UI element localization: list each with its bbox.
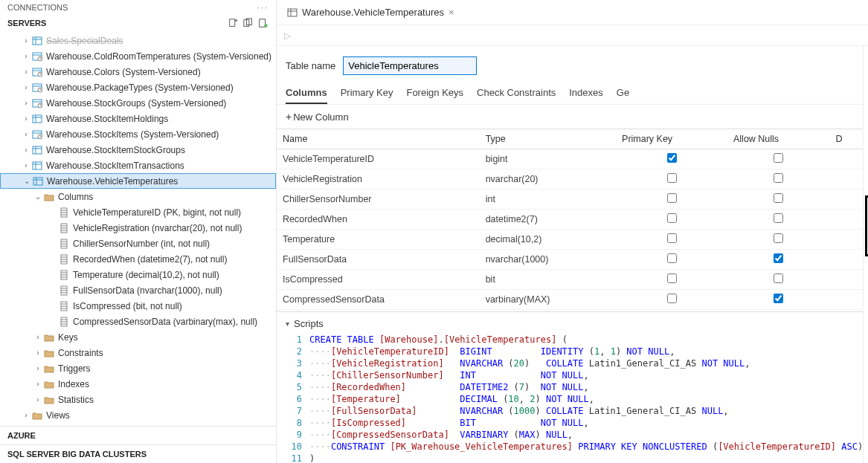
script-editor[interactable]: 1CREATE TABLE [Warehouse].[VehicleTemper…: [277, 332, 863, 463]
pk-checkbox[interactable]: [667, 253, 677, 263]
pk-checkbox[interactable]: [667, 294, 677, 303]
tree-item[interactable]: ›Indexes: [0, 376, 276, 392]
new-column-button[interactable]: +New Column: [277, 105, 863, 129]
column-header[interactable]: Name: [277, 129, 480, 149]
connections-more-icon[interactable]: ···: [257, 3, 269, 12]
nullable-checkbox[interactable]: [774, 193, 783, 203]
col-name[interactable]: Temperature: [277, 230, 480, 250]
col-name[interactable]: FullSensorData: [277, 250, 480, 270]
tree-item[interactable]: VehicleRegistration (nvarchar(20), not n…: [0, 220, 276, 236]
pk-checkbox[interactable]: [667, 153, 677, 163]
col-type[interactable]: varbinary(MAX): [480, 290, 616, 310]
designer-tab-check-constraints[interactable]: Check Constraints: [477, 82, 556, 104]
column-header[interactable]: Allow Nulls: [727, 129, 830, 149]
col-name[interactable]: IsCompressed: [277, 270, 480, 290]
pk-checkbox[interactable]: [667, 173, 677, 183]
designer-tab-primary-key[interactable]: Primary Key: [341, 82, 393, 104]
tree-item[interactable]: ›Warehouse.Colors (System-Versioned): [0, 64, 276, 80]
svg-rect-30: [33, 115, 42, 123]
table-row[interactable]: VehicleRegistrationnvarchar(20): [277, 169, 863, 190]
table-row[interactable]: CompressedSensorDatavarbinary(MAX): [277, 290, 863, 310]
tree-item[interactable]: ›Warehouse.StockItems (System-Versioned): [0, 126, 276, 142]
tree-item[interactable]: ›Sales.SpecialDeals: [0, 33, 276, 48]
tree-item-label: FullSensorData (nvarchar(1000), null): [73, 285, 222, 296]
col-type[interactable]: nvarchar(1000): [480, 250, 616, 270]
folder-icon: [43, 379, 55, 389]
nullable-checkbox[interactable]: [774, 213, 783, 223]
close-icon[interactable]: ×: [449, 7, 454, 18]
designer-tab-ge[interactable]: Ge: [617, 82, 629, 104]
nullable-checkbox[interactable]: [774, 253, 783, 263]
tree-item[interactable]: ›Warehouse.PackageTypes (System-Versione…: [0, 80, 276, 95]
nullable-checkbox[interactable]: [774, 173, 783, 183]
table-name-label: Table name: [286, 60, 335, 71]
column-header[interactable]: Primary Key: [616, 129, 727, 149]
tree-item[interactable]: ›Warehouse.StockGroups (System-Versioned…: [0, 95, 276, 111]
table-row[interactable]: RecordedWhendatetime2(7): [277, 210, 863, 230]
nullable-checkbox[interactable]: [774, 153, 783, 163]
col-type[interactable]: datetime2(7): [480, 210, 616, 230]
tree-item[interactable]: ⌄Warehouse.VehicleTemperatures: [0, 173, 276, 189]
svg-rect-79: [288, 9, 297, 16]
new-group-icon[interactable]: [243, 18, 254, 28]
col-type[interactable]: decimal(10,2): [480, 230, 616, 250]
nullable-checkbox[interactable]: [774, 294, 783, 303]
table-row[interactable]: VehicleTemperatureIDbigint: [277, 149, 863, 169]
designer-tab-columns[interactable]: Columns: [286, 82, 327, 104]
table-row[interactable]: FullSensorDatanvarchar(1000): [277, 250, 863, 270]
tree-item[interactable]: ›Keys: [0, 329, 276, 345]
run-icon[interactable]: ▷: [284, 30, 291, 41]
tree-item[interactable]: ›Warehouse.ColdRoomTemperatures (System-…: [0, 48, 276, 64]
tree-item[interactable]: ›Views: [0, 407, 276, 423]
chevron-icon: ›: [21, 146, 31, 154]
designer-tab-foreign-keys[interactable]: Foreign Keys: [406, 82, 463, 104]
bigdata-section[interactable]: SQL SERVER BIG DATA CLUSTERS: [0, 444, 276, 463]
chevron-down-icon: ▾: [286, 320, 289, 328]
column-header[interactable]: D: [830, 129, 864, 149]
tree-item[interactable]: VehicleTemperatureID (PK, bigint, not nu…: [0, 204, 276, 220]
col-name[interactable]: RecordedWhen: [277, 210, 480, 230]
col-name[interactable]: VehicleTemperatureID: [277, 149, 480, 169]
column-header[interactable]: Type: [480, 129, 616, 149]
pk-checkbox[interactable]: [667, 273, 677, 283]
tree-item[interactable]: RecordedWhen (datetime2(7), not null): [0, 251, 276, 267]
tree-item[interactable]: ›Warehouse.StockItemHoldings: [0, 111, 276, 126]
tree-item[interactable]: ⌄Columns: [0, 189, 276, 204]
tree-item[interactable]: ›Warehouse.StockItemStockGroups: [0, 142, 276, 158]
nullable-checkbox[interactable]: [774, 273, 783, 283]
tree-item[interactable]: ›Constraints: [0, 345, 276, 360]
col-type[interactable]: bit: [480, 270, 616, 290]
table-row[interactable]: Temperaturedecimal(10,2): [277, 230, 863, 250]
new-query-icon[interactable]: [258, 18, 269, 28]
tree-item[interactable]: Temperature (decimal(10,2), not null): [0, 267, 276, 282]
editor-tab[interactable]: Warehouse.VehicleTemperatures ×: [277, 0, 465, 25]
tree-item[interactable]: ›Statistics: [0, 392, 276, 407]
col-name[interactable]: VehicleRegistration: [277, 169, 480, 190]
table-name-input[interactable]: [343, 56, 477, 75]
object-explorer-tree[interactable]: ›Sales.SpecialDeals›Warehouse.ColdRoomTe…: [0, 31, 276, 426]
nullable-checkbox[interactable]: [774, 233, 783, 243]
tree-item[interactable]: ChillerSensorNumber (int, not null): [0, 236, 276, 251]
properties-panel: Table Properties General Table name Sche…: [863, 46, 868, 463]
pk-checkbox[interactable]: [667, 193, 677, 203]
pk-checkbox[interactable]: [667, 213, 677, 223]
azure-section[interactable]: AZURE: [0, 426, 276, 444]
table-row[interactable]: ChillerSensorNumberint: [277, 190, 863, 210]
scripts-toggle[interactable]: ▾ Scripts: [277, 315, 863, 332]
tree-item[interactable]: CompressedSensorData (varbinary(max), nu…: [0, 314, 276, 329]
table-row[interactable]: IsCompressedbit: [277, 270, 863, 290]
tree-item-label: Views: [46, 410, 70, 421]
new-connection-icon[interactable]: [228, 18, 239, 28]
tree-item[interactable]: ›Triggers: [0, 360, 276, 376]
tree-item[interactable]: ›Warehouse.StockItemTransactions: [0, 158, 276, 173]
designer-tab-strip: ColumnsPrimary KeyForeign KeysCheck Cons…: [277, 82, 863, 105]
col-type[interactable]: int: [480, 190, 616, 210]
tree-item[interactable]: FullSensorData (nvarchar(1000), null): [0, 282, 276, 298]
designer-tab-indexes[interactable]: Indexes: [569, 82, 603, 104]
tree-item[interactable]: IsCompressed (bit, not null): [0, 298, 276, 314]
col-type[interactable]: bigint: [480, 149, 616, 169]
col-name[interactable]: ChillerSensorNumber: [277, 190, 480, 210]
col-type[interactable]: nvarchar(20): [480, 169, 616, 190]
pk-checkbox[interactable]: [667, 233, 677, 243]
col-name[interactable]: CompressedSensorData: [277, 290, 480, 310]
